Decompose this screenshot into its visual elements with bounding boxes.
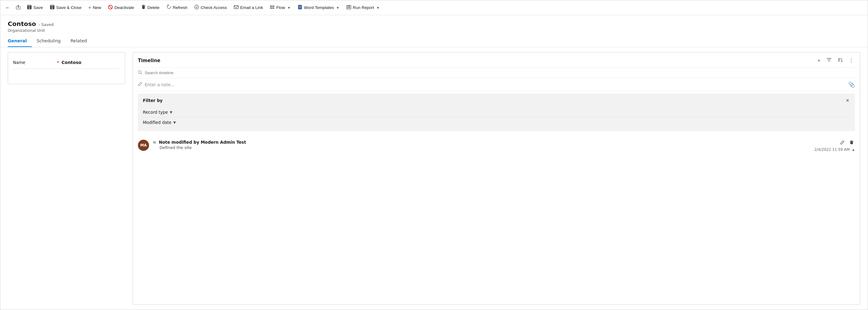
flow-chevron-icon: ▼ — [287, 6, 291, 9]
tab-scheduling[interactable]: Scheduling — [37, 35, 66, 47]
refresh-icon — [166, 5, 171, 10]
email-link-button[interactable]: Email a Link — [231, 3, 266, 12]
timeline-search-row — [133, 68, 860, 78]
form-divider — [13, 69, 120, 69]
email-link-icon — [234, 5, 239, 10]
main-content: Name * Contoso Timeline + — [0, 47, 868, 310]
timeline-panel: Timeline + ⋮ — [133, 52, 860, 305]
filter-modified-date-label: Modified date — [143, 120, 171, 125]
save-icon — [27, 5, 32, 10]
run-report-label: Run Report — [353, 5, 374, 10]
tabs: General Scheduling Related — [0, 35, 868, 47]
filter-header: Filter by ✕ — [143, 97, 850, 103]
word-templates-icon — [298, 5, 303, 10]
delete-icon — [141, 5, 146, 10]
filter-close-button[interactable]: ✕ — [845, 97, 850, 103]
form-spacer — [13, 70, 120, 79]
timeline-search-input[interactable] — [145, 70, 855, 75]
page-saved-badge: - Saved — [39, 22, 54, 27]
timeline-more-button[interactable]: ⋮ — [847, 57, 855, 64]
note-placeholder-text[interactable]: Enter a note... — [145, 82, 846, 87]
svg-rect-5 — [234, 6, 239, 9]
save-close-label: Save & Close — [56, 5, 82, 10]
filter-modified-date[interactable]: Modified date ▼ — [143, 118, 850, 127]
refresh-label: Refresh — [173, 5, 187, 10]
avatar: MA — [138, 140, 149, 151]
timeline-item-header: ≡ Note modified by Modern Admin Test — [153, 140, 802, 145]
name-value[interactable]: Contoso — [62, 60, 81, 65]
filter-record-type-label: Record type — [143, 110, 168, 115]
timeline-item-delete-button[interactable] — [848, 140, 855, 146]
run-report-button[interactable]: Run Report ▼ — [343, 3, 383, 12]
save-button[interactable]: Save — [24, 3, 46, 12]
search-icon — [138, 70, 142, 75]
record-type-chevron-icon: ▼ — [170, 110, 172, 114]
word-templates-button[interactable]: Word Templates ▼ — [294, 3, 343, 12]
back-button[interactable]: ← — [3, 3, 13, 12]
note-input-row: Enter a note... 📎 — [133, 78, 860, 91]
word-templates-label: Word Templates — [304, 5, 334, 10]
word-templates-chevron-icon: ▼ — [336, 6, 340, 9]
timeline-actions: + ⋮ — [816, 57, 855, 64]
timeline-item-edit-button[interactable] — [839, 140, 846, 146]
delete-button[interactable]: Delete — [138, 3, 163, 12]
save-label: Save — [33, 5, 43, 10]
svg-rect-14 — [851, 141, 852, 141]
new-label: New — [93, 5, 101, 10]
refresh-button[interactable]: Refresh — [163, 3, 190, 12]
svg-rect-2 — [143, 5, 145, 6]
filter-record-type[interactable]: Record type ▼ — [143, 107, 850, 118]
timeline-item-date: 2/4/2022 11:59 AM — [814, 148, 850, 152]
timeline-sort-button[interactable] — [836, 57, 844, 64]
flow-icon — [270, 5, 275, 10]
timeline-item-right-top — [839, 140, 855, 146]
timeline-title: Timeline — [138, 58, 160, 63]
timeline-items: MA ≡ Note modified by Modern Admin Test … — [133, 133, 860, 304]
name-label: Name — [13, 60, 56, 65]
delete-label: Delete — [148, 5, 160, 10]
check-access-button[interactable]: Check Access — [191, 3, 230, 12]
attachment-icon[interactable]: 📎 — [848, 81, 855, 88]
tab-related[interactable]: Related — [70, 35, 92, 47]
svg-line-1 — [109, 6, 112, 8]
flow-button[interactable]: Flow ▼ — [267, 3, 293, 12]
timeline-date-row: 2/4/2022 11:59 AM ▲ — [814, 148, 855, 152]
flow-label: Flow — [276, 5, 285, 10]
left-panel: Name * Contoso — [8, 52, 125, 305]
timeline-filter-button[interactable] — [825, 57, 833, 64]
run-report-chevron-icon: ▼ — [376, 6, 380, 9]
timeline-item-body: Defined the site — [160, 145, 802, 150]
required-star: * — [57, 60, 59, 65]
timeline-add-button[interactable]: + — [816, 57, 822, 64]
share-button[interactable] — [13, 3, 23, 12]
modified-date-chevron-icon: ▼ — [173, 121, 176, 125]
svg-point-4 — [195, 5, 199, 9]
form-section: Name * Contoso — [8, 52, 125, 84]
svg-line-13 — [141, 73, 142, 74]
tab-general[interactable]: General — [8, 35, 32, 47]
deactivate-button[interactable]: Deactivate — [105, 3, 137, 12]
pencil-icon — [138, 82, 142, 87]
svg-rect-15 — [850, 141, 854, 142]
email-link-label: Email a Link — [240, 5, 263, 10]
timeline-item-title: Note modified by Modern Admin Test — [159, 140, 246, 145]
save-close-icon — [50, 5, 55, 10]
run-report-icon — [346, 5, 351, 10]
page-header: Contoso - Saved Organizational Unit — [0, 15, 868, 35]
filter-panel: Filter by ✕ Record type ▼ Modified date … — [138, 94, 855, 131]
note-icon: ≡ — [153, 140, 156, 145]
check-access-icon — [194, 5, 199, 10]
deactivate-icon — [108, 5, 113, 10]
new-icon: + — [88, 5, 91, 10]
timeline-item-expand-button[interactable]: ▲ — [851, 148, 855, 151]
timeline-item-content: ≡ Note modified by Modern Admin Test Def… — [153, 140, 802, 150]
new-button[interactable]: + New — [85, 3, 104, 12]
timeline-item: MA ≡ Note modified by Modern Admin Test … — [138, 137, 855, 154]
app-container: ← Save Save & Close + New — [0, 0, 868, 310]
svg-rect-3 — [142, 6, 145, 6]
page-title: Contoso — [8, 20, 36, 28]
save-close-button[interactable]: Save & Close — [47, 3, 85, 12]
toolbar: ← Save Save & Close + New — [0, 0, 868, 15]
filter-by-label: Filter by — [143, 98, 163, 103]
timeline-item-right: 2/4/2022 11:59 AM ▲ — [806, 140, 855, 152]
